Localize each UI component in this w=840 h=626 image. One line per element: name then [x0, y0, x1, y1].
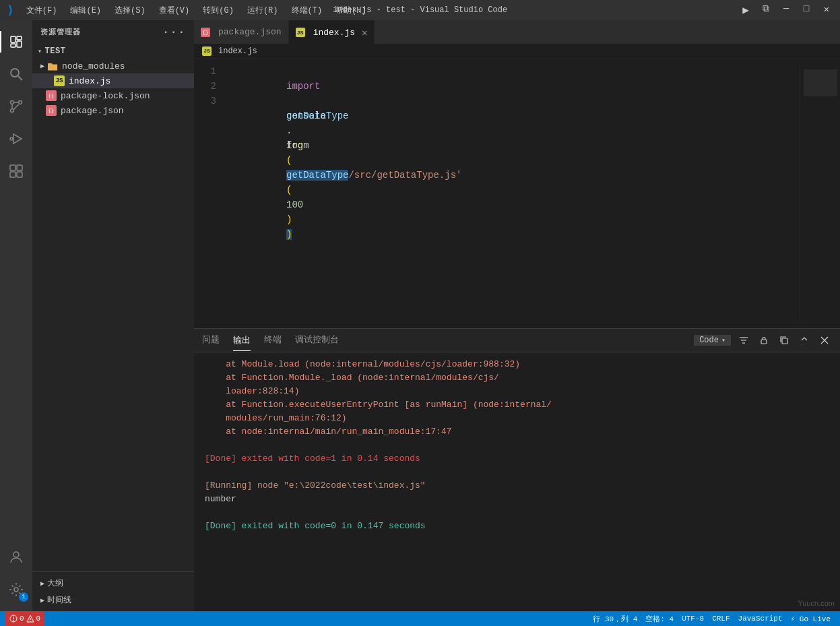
- activity-explorer[interactable]: [0, 26, 32, 58]
- code-editor[interactable]: 1 2 3 import getDataType from 'learnjts_…: [194, 59, 840, 328]
- folder-chevron: ▶: [40, 62, 44, 70]
- svg-rect-12: [17, 165, 22, 170]
- activity-settings[interactable]: 1: [0, 573, 32, 606]
- json-file-icon: {}: [46, 90, 57, 101]
- tree-item-node-modules[interactable]: ▶ node_modules: [32, 59, 194, 73]
- tree-label-package-lock: package-lock.json: [61, 91, 150, 101]
- menu-file[interactable]: 文件(F): [22, 3, 61, 18]
- status-golive-label: ⚡ Go Live: [791, 615, 831, 623]
- output-line-3: loader:828:14): [205, 385, 829, 398]
- settings-badge: 1: [19, 592, 28, 602]
- sidebar-menu-button[interactable]: ···: [162, 26, 186, 38]
- menu-edit[interactable]: 编辑(E): [66, 3, 105, 18]
- panel-close-button[interactable]: [817, 333, 832, 348]
- svg-rect-2: [17, 41, 22, 47]
- tab-close-button[interactable]: ✕: [362, 27, 367, 38]
- menu-goto[interactable]: 转到(G): [199, 3, 238, 18]
- vscode-logo: ⟩: [7, 3, 14, 18]
- output-line-running: [Running] node "e:\2022code\test\index.j…: [205, 479, 829, 493]
- svg-rect-20: [761, 340, 767, 344]
- panel-expand-button[interactable]: [797, 333, 812, 348]
- output-dropdown[interactable]: Code ▾: [694, 335, 731, 346]
- token-space: [286, 96, 292, 106]
- panel-tab-debug-console[interactable]: 调试控制台: [295, 330, 339, 351]
- outline-chevron: ▶: [40, 580, 44, 588]
- activity-search[interactable]: [0, 58, 32, 90]
- error-icon: [9, 615, 18, 623]
- tab-pkg-icon: {}: [201, 28, 210, 37]
- tree-label-package-json: package.json: [61, 106, 124, 116]
- code-content[interactable]: import getDataType from 'learnjts_1/src/…: [224, 64, 800, 323]
- svg-point-10: [10, 137, 13, 140]
- status-errors[interactable]: 0 0: [5, 611, 44, 626]
- pkg-file-icon: {}: [46, 105, 57, 116]
- panel-tab-bar: 问题 输出 终端 调试控制台 Code ▾: [194, 329, 840, 352]
- status-language[interactable]: JavaScript: [734, 611, 787, 626]
- menu-terminal[interactable]: 终端(T): [288, 3, 327, 18]
- tree-item-index-js[interactable]: JS index.js: [32, 73, 194, 88]
- activity-run-debug[interactable]: [0, 123, 32, 155]
- activity-source-control[interactable]: [0, 90, 32, 123]
- tree-section-test[interactable]: ▾ TEST: [32, 44, 194, 59]
- menu-view[interactable]: 查看(V): [155, 3, 194, 18]
- close-button[interactable]: ✕: [820, 3, 833, 17]
- status-encoding[interactable]: UTF-8: [678, 611, 708, 626]
- tab-index-js[interactable]: JS index.js ✕: [289, 20, 375, 44]
- tree-item-package-json[interactable]: {} package.json: [32, 103, 194, 118]
- title-bar: ⟩ 文件(F) 编辑(E) 选择(S) 查看(V) 转到(G) 运行(R) 终端…: [0, 0, 840, 20]
- output-line-1: at Module.load (node:internal/modules/cj…: [205, 358, 829, 371]
- panel-tab-output[interactable]: 输出: [233, 330, 251, 351]
- status-bar: 0 0 行 30，列 4 空格: 4 UTF-8 CRLF JavaScript…: [0, 611, 840, 626]
- split-editor-button[interactable]: ⧉: [759, 3, 773, 17]
- svg-rect-0: [11, 36, 15, 42]
- token-import: import: [286, 81, 320, 92]
- section-chevron-down: ▾: [38, 47, 42, 55]
- activity-extensions[interactable]: [0, 155, 32, 187]
- editor-area: {} package.json JS index.js ✕ JS index.j…: [194, 20, 840, 611]
- sidebar: 资源管理器 ··· ▾ TEST ▶ node_modules JS index…: [32, 20, 194, 611]
- panel-filter-button[interactable]: [736, 333, 751, 348]
- window-title: index.js - test - Visual Studio Code: [333, 5, 507, 15]
- menu-run[interactable]: 运行(R): [243, 3, 282, 18]
- panel-lock-button[interactable]: [756, 333, 771, 348]
- token-dot: .: [286, 125, 292, 136]
- status-eol-label: CRLF: [712, 615, 730, 623]
- status-golive[interactable]: ⚡ Go Live: [787, 611, 835, 626]
- status-position[interactable]: 行 30，列 4: [589, 611, 641, 626]
- panel-tab-terminal[interactable]: 终端: [264, 330, 282, 351]
- token-log: log: [286, 140, 303, 151]
- activity-bar: 1: [0, 20, 32, 611]
- output-line-done2: [Done] exited with code=0 in 0.147 secon…: [205, 520, 829, 533]
- activity-account[interactable]: [0, 541, 32, 573]
- token-paren4: ): [286, 229, 292, 240]
- minimize-button[interactable]: ─: [779, 3, 793, 17]
- tab-label-index-js: index.js: [313, 28, 355, 38]
- panel-copy-button[interactable]: [777, 333, 791, 348]
- breadcrumb-label: index.js: [218, 46, 257, 56]
- output-line-5: modules/run_main:76:12): [205, 412, 829, 425]
- menu-select[interactable]: 选择(S): [110, 3, 150, 18]
- svg-point-16: [14, 588, 18, 592]
- maximize-button[interactable]: □: [800, 3, 813, 17]
- panel-tab-problems[interactable]: 问题: [202, 330, 220, 351]
- timeline-section[interactable]: ▶ 时间线: [32, 592, 194, 608]
- window-controls[interactable]: ▶ ⧉ ─ □ ✕: [739, 3, 833, 17]
- outline-section[interactable]: ▶ 大纲: [32, 575, 194, 592]
- token-console: console: [286, 111, 326, 121]
- svg-marker-9: [13, 134, 22, 144]
- status-indent[interactable]: 空格: 4: [641, 611, 678, 626]
- output-line-6: at node:internal/main/run_main_module:17…: [205, 425, 829, 439]
- code-line-3: console . log ( getDataType ( 100 ) ): [230, 94, 794, 108]
- menu-bar[interactable]: 文件(F) 编辑(E) 选择(S) 查看(V) 转到(G) 运行(R) 终端(T…: [22, 3, 370, 18]
- status-right: 行 30，列 4 空格: 4 UTF-8 CRLF JavaScript ⚡ G…: [589, 611, 835, 626]
- panel-output-content: at Module.load (node:internal/modules/cj…: [194, 352, 840, 611]
- tree-label-index-js: index.js: [69, 76, 110, 86]
- run-button[interactable]: ▶: [739, 3, 752, 17]
- tab-package-json[interactable]: {} package.json: [194, 20, 289, 44]
- file-tree: ▾ TEST ▶ node_modules JS index.js {} pac…: [32, 44, 194, 571]
- status-language-label: JavaScript: [738, 615, 783, 623]
- tree-item-package-lock[interactable]: {} package-lock.json: [32, 88, 194, 103]
- js-file-icon: JS: [54, 75, 65, 86]
- svg-rect-1: [17, 36, 22, 40]
- status-eol[interactable]: CRLF: [708, 611, 734, 626]
